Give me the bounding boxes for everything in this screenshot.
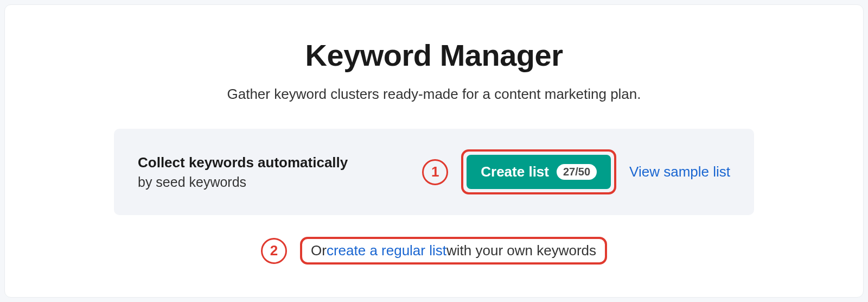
view-sample-list-link[interactable]: View sample list	[629, 163, 730, 180]
panel-heading: Collect keywords automatically	[138, 154, 348, 171]
panel-actions: 1 Create list 27/50 View sample list	[422, 149, 730, 194]
create-regular-list-link[interactable]: create a regular list	[327, 242, 446, 259]
page-subtitle: Gather keyword clusters ready-made for a…	[227, 86, 641, 103]
annotation-badge-1: 1	[422, 159, 448, 185]
alt-option-row: 2 Or create a regular list with your own…	[261, 237, 607, 265]
create-list-button-label: Create list	[481, 163, 549, 180]
page-title: Keyword Manager	[305, 37, 563, 73]
create-list-button[interactable]: Create list 27/50	[467, 155, 611, 189]
create-list-count-pill: 27/50	[557, 164, 597, 180]
annotation-highlight-1: Create list 27/50	[461, 149, 616, 194]
auto-collect-panel: Collect keywords automatically by seed k…	[114, 129, 754, 215]
panel-subheading: by seed keywords	[138, 174, 348, 190]
main-card: Keyword Manager Gather keyword clusters …	[4, 4, 864, 298]
annotation-highlight-2: Or create a regular list with your own k…	[300, 237, 607, 265]
panel-description: Collect keywords automatically by seed k…	[138, 154, 348, 190]
annotation-badge-2: 2	[261, 238, 287, 264]
alt-option-text-after: with your own keywords	[446, 242, 596, 259]
alt-option-text-before: Or	[311, 242, 327, 259]
